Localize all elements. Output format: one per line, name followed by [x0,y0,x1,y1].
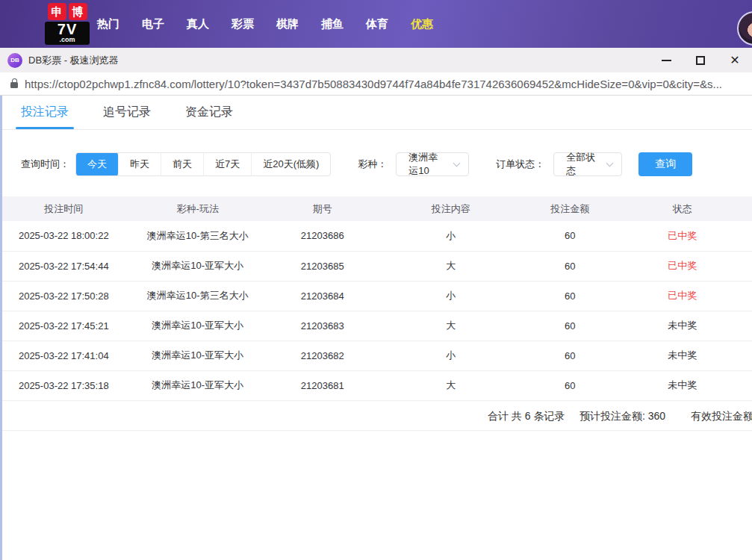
col-issue: 期号 [270,196,375,221]
summary-bar: 合计 共 6 条记录 预计投注金额: 360 有效投注金额 [2,401,752,431]
nav-hot[interactable]: 热门 [97,17,119,31]
col-status: 状态 [613,196,752,221]
tab-chase-records[interactable]: 追号记录 [103,96,151,129]
status-cell: 已中奖 [613,251,752,281]
bet-time-cell: 2025-03-22 17:45:21 [2,311,125,340]
logo-char-1: 申 [48,3,66,20]
table-row: 2025-03-22 17:35:18 澳洲幸运10-亚军大小 21203681… [2,370,752,400]
bet-amount-cell: 60 [527,251,613,281]
bet-time-cell: 2025-03-22 17:54:44 [2,251,125,281]
game-play-cell: 澳洲幸运10-亚军大小 [125,251,270,281]
table-row: 2025-03-22 17:41:04 澳洲幸运10-亚军大小 21203682… [2,340,752,370]
time-filter-label: 查询时间： [21,158,69,171]
search-button[interactable]: 查询 [638,152,692,176]
tab-fund-records[interactable]: 资金记录 [185,96,233,129]
window-title: DB彩票 - 极速浏览器 [28,54,119,67]
minimize-icon [662,60,671,61]
table-row: 2025-03-22 17:54:44 澳洲幸运10-亚军大小 21203685… [2,251,752,281]
nav-fishing[interactable]: 捕鱼 [321,17,344,31]
table-body: 2025-03-22 18:00:22 澳洲幸运10-第三名大小 2120368… [2,221,752,400]
bet-amount-cell: 60 [527,370,613,400]
order-status-select[interactable]: 全部状态 [553,152,622,176]
bet-time-cell: 2025-03-22 17:35:18 [2,370,125,400]
lottery-filter-label: 彩种： [358,158,387,171]
maximize-button[interactable] [683,48,718,72]
filter-last-20-days[interactable]: 近20天(低频) [251,153,330,175]
browser-favicon-icon: DB [7,53,22,68]
filter-bar: 查询时间： 今天 昨天 前天 近7天 近20天(低频) 彩种： 澳洲幸运10 订… [21,152,752,176]
close-button[interactable]: ✕ [718,48,752,72]
table-row: 2025-03-22 18:00:22 澳洲幸运10-第三名大小 2120368… [2,221,752,251]
col-bet-amount: 投注金额 [527,196,613,221]
nav-lottery[interactable]: 彩票 [231,17,254,31]
main-nav: 热门 电子 真人 彩票 棋牌 捕鱼 体育 优惠 [97,17,433,31]
bet-amount-cell: 60 [527,311,613,340]
logo-suffix-text: .com [47,37,87,43]
bet-amount-cell: 60 [527,281,613,311]
table-row: 2025-03-22 17:45:21 澳洲幸运10-亚军大小 21203683… [2,311,752,340]
issue-cell: 21203681 [270,370,375,400]
bet-content-cell: 小 [375,281,527,311]
issue-cell: 21203682 [270,340,375,370]
issue-cell: 21203685 [270,251,375,281]
time-filter-group: 今天 昨天 前天 近7天 近20天(低频) [75,152,331,176]
bet-content-cell: 大 [375,251,527,281]
order-status-value: 全部状态 [566,151,600,178]
close-icon: ✕ [730,55,739,66]
tab-bet-records[interactable]: 投注记录 [21,96,69,129]
site-banner: 申 博 7V .com 热门 电子 真人 彩票 棋牌 捕鱼 体育 优惠 [0,0,752,48]
bet-content-cell: 小 [375,340,527,370]
address-bar[interactable]: https://ctop02pchwp1.zfnc84.com/lottery/… [0,72,752,96]
game-play-cell: 澳洲幸运10-亚军大小 [125,370,270,400]
bet-content-cell: 大 [375,311,527,340]
ssl-lock-icon[interactable] [10,82,18,88]
bet-amount-cell: 60 [527,221,613,251]
filter-last-7-days[interactable]: 近7天 [203,153,251,175]
status-cell: 未中奖 [613,340,752,370]
game-play-cell: 澳洲幸运10-第三名大小 [125,221,270,251]
status-cell: 已中奖 [613,281,752,311]
nav-chess[interactable]: 棋牌 [276,17,299,31]
nav-promo[interactable]: 优惠 [411,17,433,31]
game-play-cell: 澳洲幸运10-亚军大小 [125,340,270,370]
bet-content-cell: 小 [375,221,527,251]
filter-today[interactable]: 今天 [76,152,118,176]
nav-sports[interactable]: 体育 [366,17,388,31]
table-header-row: 投注时间 彩种-玩法 期号 投注内容 投注金额 状态 [2,196,752,221]
maximize-icon [696,56,705,65]
url-text[interactable]: https://ctop02pchwp1.zfnc84.com/lottery/… [25,78,722,90]
status-cell: 未中奖 [613,370,752,400]
record-tabs: 投注记录 追号记录 资金记录 [2,96,752,130]
chevron-down-icon [606,160,614,167]
col-bet-time: 投注时间 [2,196,125,221]
filter-yesterday[interactable]: 昨天 [118,153,161,175]
col-bet-content: 投注内容 [375,196,527,221]
col-game-play: 彩种-玩法 [125,196,270,221]
order-status-label: 订单状态： [496,158,544,171]
chevron-down-icon [453,160,461,167]
logo-char-2: 博 [69,3,87,20]
nav-slots[interactable]: 电子 [142,17,164,31]
bet-records-table: 投注时间 彩种-玩法 期号 投注内容 投注金额 状态 2025-03-22 18… [2,196,752,401]
game-play-cell: 澳洲幸运10-第三名大小 [125,281,270,311]
filter-day-before[interactable]: 前天 [161,153,203,175]
status-cell: 已中奖 [613,221,752,251]
issue-cell: 21203683 [270,311,375,340]
table-row: 2025-03-22 17:50:28 澳洲幸运10-第三名大小 2120368… [2,281,752,311]
lottery-select-value: 澳洲幸运10 [408,151,447,178]
site-logo[interactable]: 申 博 7V .com [45,3,90,45]
page-content: 投注记录 追号记录 资金记录 查询时间： 今天 昨天 前天 近7天 近20天(低… [0,96,752,560]
bet-time-cell: 2025-03-22 17:50:28 [2,281,125,311]
summary-expected-amount: 预计投注金额: 360 [579,410,665,423]
bet-time-cell: 2025-03-22 18:00:22 [2,221,125,251]
issue-cell: 21203686 [270,221,375,251]
issue-cell: 21203684 [270,281,375,311]
bet-time-cell: 2025-03-22 17:41:04 [2,340,125,370]
summary-valid-amount: 有效投注金额 [691,410,752,423]
bet-amount-cell: 60 [527,340,613,370]
user-avatar[interactable] [737,11,752,46]
lottery-select[interactable]: 澳洲幸运10 [396,152,469,176]
browser-titlebar: DB DB彩票 - 极速浏览器 ✕ [0,48,752,72]
nav-live[interactable]: 真人 [187,17,209,31]
minimize-button[interactable] [649,48,683,72]
